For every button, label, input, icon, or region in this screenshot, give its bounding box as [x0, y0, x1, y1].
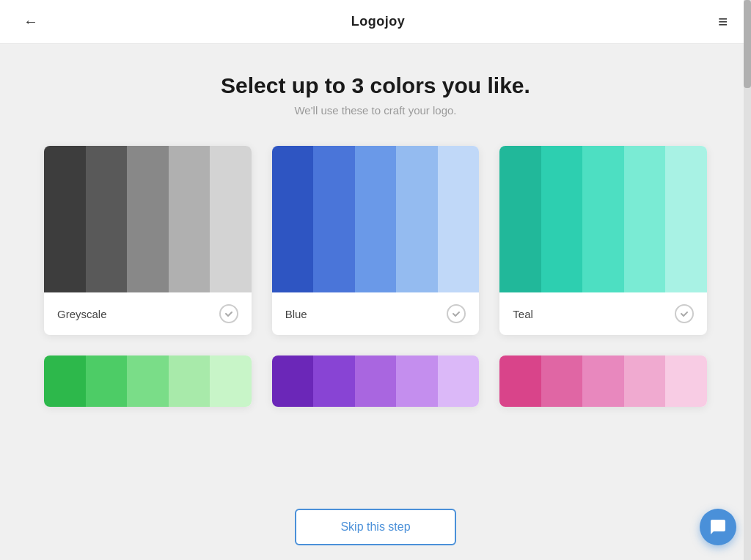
color-swatch	[624, 146, 666, 292]
color-swatch	[272, 146, 314, 292]
skip-button[interactable]: Skip this step	[295, 509, 455, 545]
color-swatch	[438, 355, 480, 407]
color-swatch	[44, 355, 86, 407]
menu-button[interactable]: ≡	[712, 8, 733, 36]
color-swatch	[582, 146, 624, 292]
color-swatch	[541, 355, 583, 407]
chat-bubble[interactable]	[700, 509, 736, 545]
color-swatch	[582, 355, 624, 407]
color-swatch	[355, 355, 397, 407]
color-swatches	[44, 146, 252, 292]
color-swatch	[438, 146, 480, 292]
color-swatch	[499, 355, 541, 407]
color-card-teal[interactable]: Teal	[499, 146, 707, 335]
back-button[interactable]: ←	[18, 7, 44, 36]
page-title: Select up to 3 colors you like.	[44, 73, 707, 98]
color-swatch	[355, 146, 397, 292]
card-check-icon[interactable]	[675, 304, 694, 323]
chat-icon	[709, 518, 727, 536]
color-swatch	[127, 146, 169, 292]
color-swatch	[210, 146, 252, 292]
color-swatches	[44, 355, 252, 407]
card-footer: Teal	[499, 292, 707, 335]
color-swatch	[169, 146, 210, 292]
color-card-green[interactable]	[44, 355, 252, 407]
color-card-grid: GreyscaleBlueTeal	[44, 146, 707, 335]
main-content: Select up to 3 colors you like. We'll us…	[0, 44, 751, 480]
skip-bar: Skip this step	[0, 497, 751, 560]
color-card-blue[interactable]: Blue	[272, 146, 480, 335]
card-label: Greyscale	[57, 308, 107, 320]
color-card-pink[interactable]	[499, 355, 707, 407]
scrollbar-thumb[interactable]	[744, 0, 751, 88]
page-subheading: We'll use these to craft your logo.	[44, 104, 707, 117]
color-swatch	[499, 146, 541, 292]
color-swatches	[272, 355, 480, 407]
color-swatch	[210, 355, 252, 407]
color-swatch	[86, 355, 128, 407]
color-swatch	[624, 355, 666, 407]
color-swatch	[313, 146, 355, 292]
card-footer: Greyscale	[44, 292, 252, 335]
page-heading: Select up to 3 colors you like.	[44, 73, 707, 98]
card-label: Blue	[285, 308, 307, 320]
color-swatch	[86, 146, 128, 292]
color-swatch	[396, 355, 438, 407]
color-card-grid-bottom	[44, 355, 707, 407]
app-title: Logojoy	[351, 14, 406, 29]
color-swatch	[541, 146, 583, 292]
color-swatch	[396, 146, 438, 292]
card-check-icon[interactable]	[447, 304, 466, 323]
color-swatches	[499, 146, 707, 292]
card-footer: Blue	[272, 292, 480, 335]
card-label: Teal	[513, 308, 533, 320]
color-swatch	[313, 355, 355, 407]
card-check-icon[interactable]	[219, 304, 238, 323]
color-card-greyscale[interactable]: Greyscale	[44, 146, 252, 335]
color-card-purple[interactable]	[272, 355, 480, 407]
color-swatch	[127, 355, 169, 407]
color-swatch	[665, 146, 707, 292]
color-swatch	[44, 146, 86, 292]
color-swatch	[169, 355, 210, 407]
color-swatches	[499, 355, 707, 407]
color-swatch	[272, 355, 314, 407]
color-swatch	[665, 355, 707, 407]
header: ← Logojoy ≡	[0, 0, 751, 44]
scrollbar-track	[744, 0, 751, 560]
color-swatches	[272, 146, 480, 292]
